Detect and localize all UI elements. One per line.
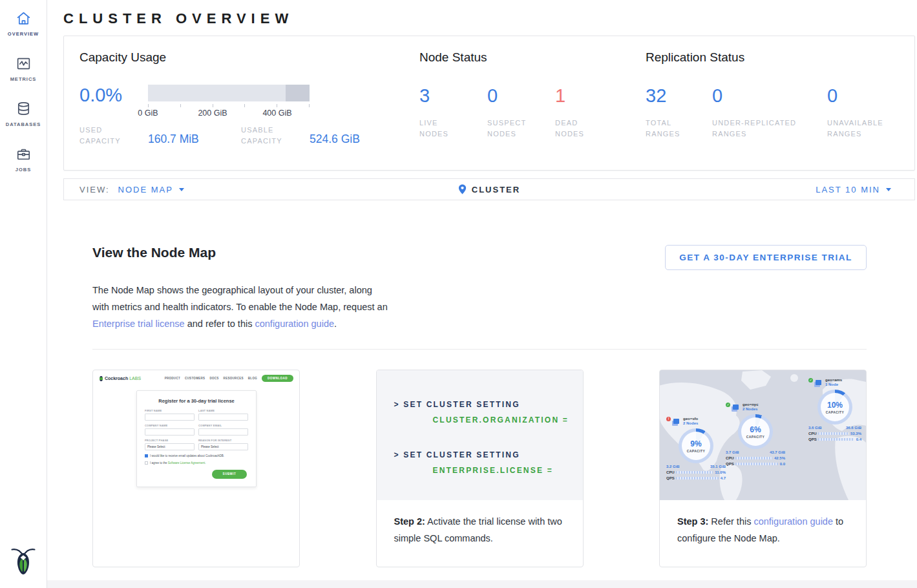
checkbox-label: I would like to receive email updates ab… [150, 454, 224, 457]
home-icon [16, 10, 32, 26]
sidebar-item-jobs[interactable]: JOBS [0, 146, 47, 173]
enterprise-trial-license-link[interactable]: Enterprise trial license [92, 319, 185, 329]
section-divider [92, 349, 867, 350]
locality-name: geo=nyc [743, 403, 759, 406]
site-nav-item: CUSTOMERS [185, 377, 205, 380]
capacity-usage-section: Capacity Usage 0.0% 0 GiB 200 Gi [79, 50, 419, 170]
sql-command: > SET CLUSTER SETTING [394, 447, 583, 463]
brand-name: Cockroach [105, 376, 128, 381]
cpu-value: 11.0% [715, 470, 726, 474]
step-number: Step 3: [677, 516, 708, 527]
map-cluster-nyc: ✓ geo=nyc 2 Nodes 6% CAPACITY [726, 403, 785, 466]
brand-suffix: LABS [129, 376, 141, 381]
step1-card: Cockroach LABS PRODUCT CUSTOMERS DOCS RE… [92, 370, 300, 567]
dead-nodes-value: 1 [555, 85, 623, 107]
node-count: 2 Nodes [743, 407, 759, 411]
used-gib: 3.2 GiB [666, 465, 680, 468]
gauge-tick-label: 200 GiB [198, 109, 227, 118]
used-capacity-label: USED CAPACITY [79, 125, 136, 147]
trial-site-screenshot: Cockroach LABS PRODUCT CUSTOMERS DOCS RE… [93, 370, 299, 567]
nodemap-preview: ! geo=sfo 2 Nodes 9% CAPACITY [660, 370, 866, 500]
configuration-guide-link[interactable]: configuration guide [255, 319, 334, 329]
qps-sparkline [676, 477, 719, 479]
gauge-tick-label: 0 GiB [138, 109, 158, 118]
unavailable-ranges-value: 0 [827, 85, 905, 107]
total-gib: 43.7 GiB [770, 450, 785, 454]
capacity-donut: 10% CAPACITY [817, 390, 852, 425]
form-input [198, 414, 248, 421]
sidebar-item-metrics[interactable]: METRICS [0, 56, 47, 82]
setup-steps-cards: Cockroach LABS PRODUCT CUSTOMERS DOCS RE… [92, 370, 867, 567]
step3-card: ! geo=sfo 2 Nodes 9% CAPACITY [659, 370, 867, 567]
site-nav-item: RESOURCES [224, 377, 244, 380]
node-count: 1 Node [825, 383, 842, 386]
used-capacity-stat: USED CAPACITY 160.7 MiB [79, 125, 241, 147]
sidebar-item-overview[interactable]: OVERVIEW [0, 10, 47, 37]
capacity-donut: 6% CAPACITY [738, 414, 773, 449]
map-cluster-sfo: ! geo=sfo 2 Nodes 9% CAPACITY [666, 417, 726, 480]
form-field-label: FIRST NAME [145, 409, 195, 412]
cpu-sparkline [676, 471, 713, 474]
node-cube-icon [673, 419, 679, 424]
enterprise-trial-button[interactable]: GET A 30-DAY ENTERPRISE TRIAL [665, 245, 867, 270]
caption-text: Refer this [708, 516, 754, 527]
sidebar: OVERVIEW METRICS DATABASES JO [0, 0, 47, 588]
step2-card: > SET CLUSTER SETTING CLUSTER.ORGANIZATI… [376, 370, 584, 567]
capacity-label: CAPACITY [687, 449, 705, 453]
form-field-label: REASON FOR INTEREST [198, 439, 248, 442]
replication-status-title: Replication Status [646, 50, 914, 65]
metrics-icon [16, 56, 32, 72]
view-selected-value: NODE MAP [118, 185, 173, 194]
capacity-gauge-ticks [148, 104, 310, 107]
suspect-nodes-label: SUSPECT NODES [487, 118, 534, 140]
qps-label: QPS [808, 437, 818, 441]
form-input [198, 428, 248, 436]
node-cube-icon [733, 404, 739, 410]
databases-icon [16, 101, 32, 117]
license-agreement-checkbox-row: I agree to the Software License Agreemen… [145, 461, 248, 465]
sql-command: > SET CLUSTER SETTING [394, 397, 583, 412]
locality-name: geo=sfo [683, 417, 698, 421]
cluster-summary-panel: Capacity Usage 0.0% 0 GiB 200 Gi [63, 36, 915, 171]
under-replicated-ranges-value: 0 [712, 85, 827, 107]
page-title: CLUSTER OVERVIEW [47, 0, 917, 36]
step-number: Step 2: [394, 516, 425, 527]
qps-value: 0.0 [780, 462, 785, 466]
status-badge: ✓ [808, 378, 813, 383]
live-nodes-value: 3 [419, 85, 487, 107]
cpu-sparkline [818, 432, 848, 435]
usable-capacity-label: USABLE CAPACITY [241, 125, 298, 147]
dead-nodes-stat: 1 DEAD NODES [555, 85, 623, 140]
step3-caption: Step 3: Refer this configuration guide t… [660, 500, 866, 547]
cockroachdb-logo [10, 545, 37, 580]
cockroach-labs-logo: Cockroach LABS [100, 376, 141, 381]
nodemap-description: The Node Map shows the geographical layo… [92, 282, 388, 332]
time-range-value: LAST 10 MIN [816, 185, 880, 194]
cpu-value: 53.3% [850, 432, 861, 436]
total-ranges-value: 32 [646, 85, 712, 107]
checkbox-label: I agree to the Software License Agreemen… [150, 461, 206, 465]
description-text: . [334, 319, 337, 329]
view-selector-dropdown[interactable]: NODE MAP [118, 185, 184, 194]
nodemap-placeholder-section: View the Node Map GET A 30-DAY ENTERPRIS… [47, 245, 917, 567]
qps-label: QPS [666, 476, 676, 480]
usable-capacity-value: 524.6 GiB [310, 132, 360, 147]
under-replicated-ranges-label: UNDER-REPLICATED RANGES [712, 118, 810, 140]
node-cube-icon [816, 380, 821, 385]
sidebar-item-databases[interactable]: DATABASES [0, 101, 47, 127]
form-select: Please Select [145, 443, 195, 450]
time-range-dropdown[interactable]: LAST 10 MIN [634, 185, 914, 194]
cpu-sparkline [735, 457, 772, 459]
configuration-guide-link[interactable]: configuration guide [754, 516, 833, 527]
status-badge: ✓ [726, 403, 730, 407]
capacity-percent: 9% [690, 439, 701, 448]
software-license-agreement-link: Software License Agreement. [168, 461, 206, 465]
live-nodes-stat: 3 LIVE NODES [419, 85, 487, 140]
locality-name: geo=ams [825, 378, 842, 382]
step2-caption: Step 2: Activate the trial license with … [377, 500, 583, 547]
view-bar: VIEW: NODE MAP CLUSTER LAST 10 MIN [63, 178, 915, 200]
map-pin-icon [458, 184, 467, 194]
site-nav-item: DOCS [209, 377, 218, 380]
qps-sparkline [735, 463, 778, 465]
used-gib: 3.6 GiB [808, 426, 822, 430]
